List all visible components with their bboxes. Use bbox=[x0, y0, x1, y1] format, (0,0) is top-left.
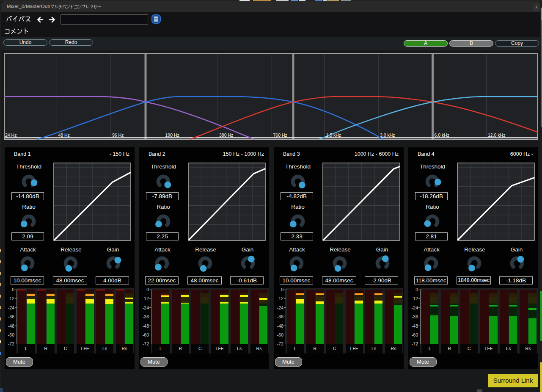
svg-text:3.0 kHz: 3.0 kHz bbox=[380, 133, 395, 138]
svg-text:24 Hz: 24 Hz bbox=[5, 133, 17, 138]
svg-text:6.0 kHz: 6.0 kHz bbox=[435, 133, 450, 138]
svg-text:1.5 kHz: 1.5 kHz bbox=[326, 133, 341, 138]
svg-text:380 Hz: 380 Hz bbox=[219, 133, 233, 138]
svg-text:190 Hz: 190 Hz bbox=[165, 133, 179, 138]
svg-text:48 Hz: 48 Hz bbox=[58, 133, 69, 138]
svg-text:96 Hz: 96 Hz bbox=[112, 133, 124, 138]
svg-text:12.0 kHz: 12.0 kHz bbox=[488, 133, 505, 138]
svg-text:760 Hz: 760 Hz bbox=[273, 133, 287, 138]
